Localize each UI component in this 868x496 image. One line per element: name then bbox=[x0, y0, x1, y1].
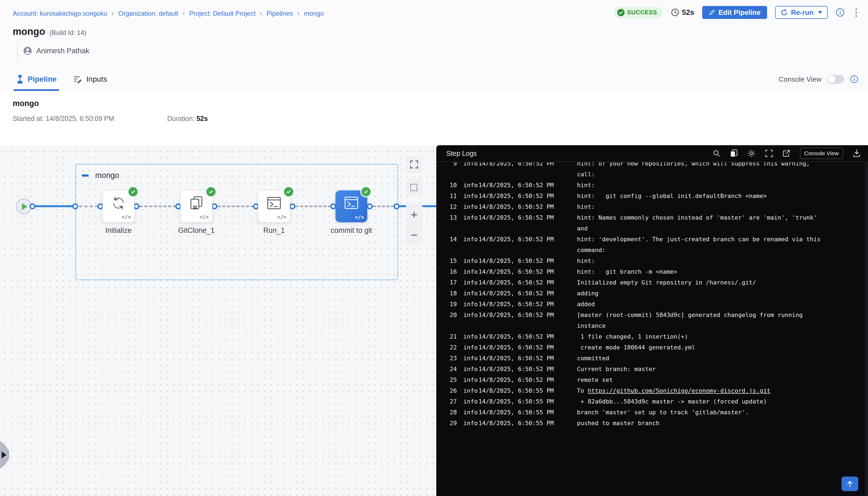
refresh-icon bbox=[781, 9, 788, 16]
log-scrollbar[interactable] bbox=[865, 162, 868, 496]
zoom-in-button[interactable]: + bbox=[406, 204, 422, 225]
open-external-icon[interactable] bbox=[782, 150, 790, 157]
more-options-icon[interactable] bbox=[853, 7, 860, 18]
connector-dashed-line bbox=[295, 205, 331, 207]
connector-dashed-line bbox=[79, 205, 98, 207]
log-line: 17info14/8/2025, 6:50:52 PMInitialized e… bbox=[446, 277, 865, 288]
expand-left-panel-handle[interactable] bbox=[0, 441, 9, 469]
run-name: mongo bbox=[13, 99, 39, 108]
info-icon[interactable] bbox=[850, 75, 858, 83]
code-icon: </> bbox=[200, 214, 209, 220]
breadcrumb-separator: › bbox=[112, 10, 114, 17]
connector-line bbox=[32, 205, 75, 207]
connector-port[interactable] bbox=[134, 203, 140, 209]
log-line: 15info14/8/2025, 6:50:52 PMhint: bbox=[446, 255, 865, 266]
search-icon[interactable] bbox=[713, 150, 720, 157]
divider bbox=[17, 42, 18, 63]
top-actions: SUCCESS 52s Edit Pipeline Re-run bbox=[614, 6, 860, 19]
log-line: 22info14/8/2025, 6:50:52 PM create mode … bbox=[446, 342, 865, 353]
step-success-icon bbox=[360, 186, 372, 198]
breadcrumb-separator: › bbox=[183, 10, 185, 17]
duration: Duration: 52s bbox=[167, 115, 208, 123]
log-line: 23info14/8/2025, 6:50:52 PMcommitted bbox=[446, 353, 865, 364]
user-icon bbox=[23, 47, 32, 55]
log-line: 12info14/8/2025, 6:50:52 PMhint: bbox=[446, 201, 865, 212]
step-label: Initialize bbox=[81, 226, 156, 235]
tab-pipeline[interactable]: Pipeline bbox=[16, 67, 57, 91]
connector-port[interactable] bbox=[290, 203, 295, 209]
connector-port[interactable] bbox=[212, 203, 217, 209]
breadcrumb-link[interactable]: Account: kurosakiichigo.songoku bbox=[13, 10, 107, 17]
pipeline-canvas[interactable]: mongo </>Initialize</>GitClone_1</>Run_1… bbox=[0, 145, 436, 496]
console-view-label: Console View bbox=[778, 75, 821, 83]
edit-pipeline-button[interactable]: Edit Pipeline bbox=[702, 6, 767, 19]
breadcrumb-link[interactable]: Project: Default Project bbox=[189, 10, 255, 17]
log-line: 24info14/8/2025, 6:50:52 PMCurrent branc… bbox=[446, 364, 865, 375]
step-success-icon bbox=[283, 186, 294, 198]
inputs-icon bbox=[74, 75, 82, 83]
breadcrumb: Account: kurosakiichigo.songoku›Organiza… bbox=[13, 10, 324, 17]
canvas-select-area-button[interactable] bbox=[406, 179, 422, 196]
log-line: 27info14/8/2025, 6:50:55 PM + 82a6dbb...… bbox=[446, 396, 865, 407]
step-logs-panel: Step Logs bbox=[436, 145, 868, 496]
copy-icon[interactable] bbox=[730, 149, 738, 157]
canvas-fullscreen-button[interactable] bbox=[406, 156, 422, 173]
breadcrumb-link[interactable]: mongo bbox=[304, 10, 324, 17]
stage-group-label: mongo bbox=[95, 171, 119, 180]
clock-icon bbox=[671, 9, 679, 16]
log-line: 28info14/8/2025, 6:50:55 PMbranch 'maste… bbox=[446, 407, 865, 418]
pipeline-execution-page: Account: kurosakiichigo.songoku›Organiza… bbox=[0, 0, 868, 496]
author-row: Animesh Pathak bbox=[23, 47, 90, 55]
log-line: 14info14/8/2025, 6:50:52 PMhint: 'develo… bbox=[446, 234, 865, 245]
log-line: 20info14/8/2025, 6:50:52 PM[master (root… bbox=[446, 310, 865, 321]
git-clone-icon bbox=[189, 196, 204, 211]
log-link[interactable]: https://github.com/Sonichigo/economy-dis… bbox=[588, 387, 771, 394]
zoom-out-button[interactable]: − bbox=[406, 225, 422, 245]
connector-port[interactable] bbox=[393, 203, 400, 209]
play-icon bbox=[22, 203, 27, 210]
success-check-icon bbox=[617, 9, 624, 16]
code-icon: </> bbox=[277, 214, 286, 220]
fullscreen-icon[interactable] bbox=[765, 150, 773, 157]
download-icon[interactable] bbox=[853, 149, 861, 157]
connector-dashed-line bbox=[140, 205, 176, 207]
log-line: 11info14/8/2025, 6:50:52 PMhint: git con… bbox=[446, 191, 865, 201]
log-line-wrap: call: bbox=[446, 169, 865, 180]
breadcrumb-separator: › bbox=[260, 10, 262, 17]
scroll-to-top-button[interactable] bbox=[841, 477, 858, 491]
connector-port[interactable] bbox=[367, 203, 373, 209]
tab-inputs[interactable]: Inputs bbox=[74, 67, 107, 91]
console-view-toggle[interactable] bbox=[827, 75, 844, 83]
settings-gear-icon[interactable] bbox=[747, 149, 756, 157]
step-logs-title: Step Logs bbox=[446, 150, 477, 157]
code-icon: </> bbox=[122, 214, 131, 220]
arrow-right-icon bbox=[2, 451, 6, 459]
page-title: mongo bbox=[13, 26, 45, 37]
step-label: GitClone_1 bbox=[158, 226, 234, 235]
tab-bar: Pipeline Inputs Console View bbox=[0, 67, 868, 91]
log-line: 21info14/8/2025, 6:50:52 PM 1 file chang… bbox=[446, 331, 865, 342]
breadcrumb-separator: › bbox=[297, 10, 300, 17]
status-text: SUCCESS bbox=[627, 9, 657, 16]
log-line: 10info14/8/2025, 6:50:52 PMhint: bbox=[446, 180, 865, 191]
step-label: commit to git bbox=[313, 226, 389, 235]
run-info: mongo Started at: 14/8/2025, 6:50:09 PM … bbox=[0, 91, 868, 145]
rerun-button[interactable]: Re-run bbox=[775, 6, 828, 19]
pipeline-icon bbox=[16, 75, 24, 83]
terminal-icon bbox=[266, 196, 282, 211]
info-icon[interactable] bbox=[836, 8, 844, 17]
log-line: 19info14/8/2025, 6:50:52 PMadded bbox=[446, 299, 865, 310]
breadcrumb-link[interactable]: Organization: default bbox=[118, 10, 178, 17]
collapse-stage-icon[interactable] bbox=[82, 174, 89, 176]
breadcrumb-link[interactable]: Pipelines bbox=[266, 10, 293, 17]
started-at: Started at: 14/8/2025, 6:50:09 PM bbox=[13, 115, 114, 122]
connector-dashed-line bbox=[217, 205, 254, 207]
console-view-button[interactable]: Console View bbox=[800, 148, 843, 159]
log-output[interactable]: 9info14/8/2025, 6:50:52 PMhint: of your … bbox=[436, 162, 865, 496]
sync-icon bbox=[111, 196, 126, 211]
connector-port[interactable] bbox=[72, 203, 78, 209]
connector-port[interactable] bbox=[30, 203, 35, 209]
terminal-icon bbox=[344, 196, 359, 210]
step-success-icon bbox=[205, 186, 217, 198]
step-label: Run_1 bbox=[236, 226, 312, 235]
